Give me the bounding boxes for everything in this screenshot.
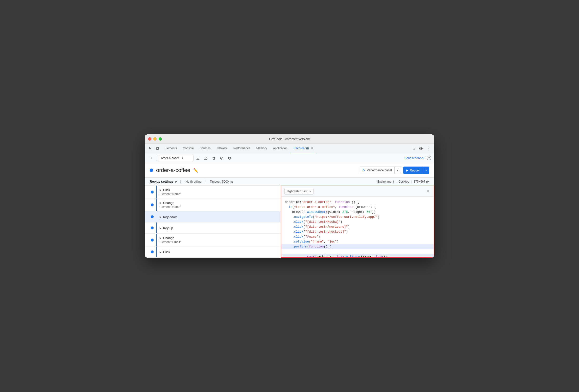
tab-network[interactable]: Network — [214, 144, 230, 153]
replay-settings-title[interactable]: Replay settings — [150, 180, 173, 183]
step-expand-arrow-5[interactable]: ▶ — [160, 236, 162, 239]
performance-panel-main[interactable]: ⟳ Performance panel — [360, 167, 394, 174]
device-toolbar-button[interactable] — [154, 145, 161, 152]
tab-sources[interactable]: Sources — [197, 144, 214, 153]
recorder-icon: 📹 — [306, 147, 309, 150]
close-button[interactable] — [148, 137, 151, 141]
tab-performance[interactable]: Performance — [230, 144, 253, 153]
settings-arrow-icon: ▶ — [175, 180, 177, 183]
steps-area: ▶ Click Element "Name" ⋮ ▶ — [145, 186, 434, 258]
chevron-down-icon: ▼ — [181, 157, 184, 159]
recording-header: order-a-coffee ✏️ ⟳ Performance panel ▼ … — [145, 163, 434, 178]
send-feedback-link[interactable]: Send feedback — [405, 157, 424, 160]
add-recording-button[interactable] — [148, 155, 155, 161]
edit-title-icon[interactable]: ✏️ — [193, 168, 198, 173]
code-overlay-close-button[interactable]: ✕ — [425, 188, 431, 194]
step-timeline-3 — [145, 215, 160, 218]
svg-point-2 — [420, 148, 422, 149]
code-format-arrow-icon: ▼ — [309, 190, 311, 193]
settings-left: Replay settings ▶ No throttling Timeout:… — [150, 180, 233, 183]
tab-elements[interactable]: Elements — [162, 144, 180, 153]
devtools-tabbar: Elements Console Sources Network Perform… — [145, 144, 434, 153]
import-button[interactable] — [202, 155, 209, 161]
tab-recorder[interactable]: Recorder 📹 ✕ — [290, 144, 316, 153]
no-throttling-label: No throttling — [186, 180, 202, 183]
step-dot-6 — [151, 250, 154, 253]
play-icon: ▶ — [406, 169, 408, 172]
step-dot-2 — [151, 203, 154, 206]
code-overlay: Nightwatch Test ▼ ✕ describe("order-a-co… — [281, 186, 434, 258]
step-dot-1 — [151, 191, 154, 194]
recording-name-select[interactable]: order-a-coffee ▼ — [159, 155, 194, 161]
code-format-select[interactable]: Nightwatch Test ▼ — [284, 188, 313, 195]
step-timeline-5 — [145, 238, 160, 241]
more-tabs-button[interactable]: » — [412, 146, 417, 151]
inspect-tool-button[interactable] — [147, 145, 154, 152]
traffic-lights — [148, 137, 162, 141]
step-dot-3 — [151, 215, 154, 218]
tab-memory[interactable]: Memory — [253, 144, 270, 153]
maximize-button[interactable] — [159, 137, 162, 141]
settings-right: Environment | Desktop | 375×667 px — [377, 180, 429, 183]
replay-slow-button[interactable] — [226, 155, 233, 161]
step-expand-arrow-2[interactable]: ▶ — [160, 201, 162, 204]
recording-status-dot — [150, 168, 153, 172]
help-button[interactable]: ? — [427, 156, 431, 160]
main-content: order-a-coffee ✏️ ⟳ Performance panel ▼ … — [145, 163, 434, 258]
code-body[interactable]: describe("order-a-coffee", function () {… — [281, 197, 434, 257]
replay-dropdown-arrow[interactable]: ▼ — [423, 166, 429, 174]
export-button[interactable] — [195, 155, 201, 161]
recorder-toolbar: order-a-coffee ▼ — [145, 153, 434, 163]
svg-marker-6 — [221, 158, 222, 159]
recorder-tab-close[interactable]: ✕ — [311, 147, 313, 150]
window-title: DevTools - chrome://version/ — [269, 137, 310, 141]
devtools-right-icons: ⋮ — [417, 145, 432, 152]
customize-devtools-button[interactable]: ⋮ — [425, 145, 432, 152]
step-timeline-2 — [145, 203, 160, 206]
step-timeline-6 — [145, 250, 160, 253]
performance-panel-arrow[interactable]: ▼ — [395, 167, 401, 174]
titlebar: DevTools - chrome://version/ — [145, 134, 434, 144]
devtools-tabs: Elements Console Sources Network Perform… — [162, 144, 411, 153]
step-expand-arrow-6[interactable]: ▶ — [160, 251, 162, 253]
replay-main[interactable]: ▶ Replay — [403, 166, 423, 174]
recording-title: order-a-coffee — [156, 167, 190, 173]
tab-console[interactable]: Console — [180, 144, 197, 153]
timeout-label: Timeout: 5000 ms — [210, 180, 234, 183]
step-dot-4 — [151, 227, 154, 230]
step-timeline-4 — [145, 227, 160, 230]
performance-panel-button[interactable]: ⟳ Performance panel ▼ — [360, 166, 401, 174]
start-recording-button[interactable] — [218, 155, 225, 161]
performance-icon: ⟳ — [362, 168, 365, 172]
step-dot-5 — [151, 238, 154, 241]
minimize-button[interactable] — [153, 137, 157, 141]
settings-bar: Replay settings ▶ No throttling Timeout:… — [145, 178, 434, 186]
step-timeline-1 — [145, 191, 160, 194]
tab-application[interactable]: Application — [270, 144, 290, 153]
step-expand-arrow-1[interactable]: ▶ — [160, 189, 162, 191]
step-expand-arrow-3[interactable]: ▶ — [160, 216, 162, 218]
settings-gear-button[interactable] — [417, 145, 424, 152]
settings-divider — [180, 180, 181, 183]
toolbar-divider — [157, 156, 157, 160]
replay-button[interactable]: ▶ Replay ▼ — [403, 166, 429, 174]
code-header: Nightwatch Test ▼ ✕ — [281, 186, 434, 197]
delete-button[interactable] — [210, 155, 217, 161]
step-expand-arrow-4[interactable]: ▶ — [160, 227, 162, 230]
devtools-window: DevTools - chrome://version/ Elements Co… — [145, 134, 434, 258]
settings-divider2 — [205, 180, 205, 183]
recording-header-actions: ⟳ Performance panel ▼ ▶ Replay ▼ — [360, 166, 429, 174]
